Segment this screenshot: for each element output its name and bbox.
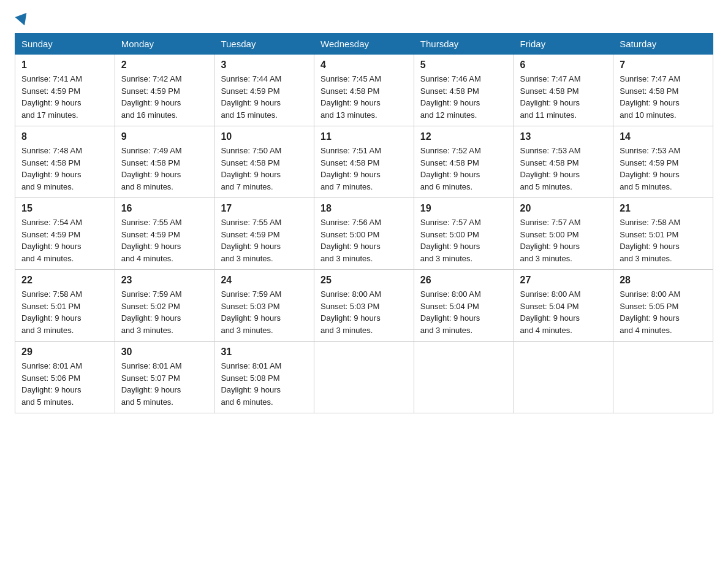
- day-info: Sunrise: 7:53 AMSunset: 4:58 PMDaylight:…: [520, 146, 581, 191]
- day-info: Sunrise: 7:48 AMSunset: 4:58 PMDaylight:…: [21, 146, 82, 191]
- day-of-week-header: Friday: [514, 34, 613, 55]
- day-number: 31: [221, 347, 308, 358]
- calendar-day-cell: [314, 342, 414, 413]
- day-number: 24: [221, 275, 308, 286]
- day-number: 25: [320, 275, 408, 286]
- calendar-day-cell: 19 Sunrise: 7:57 AMSunset: 5:00 PMDaylig…: [414, 198, 514, 270]
- day-info: Sunrise: 7:59 AMSunset: 5:03 PMDaylight:…: [221, 289, 281, 335]
- day-info: Sunrise: 7:55 AMSunset: 4:59 PMDaylight:…: [221, 218, 281, 263]
- calendar-day-cell: 15 Sunrise: 7:54 AMSunset: 4:59 PMDaylig…: [15, 198, 115, 270]
- day-info: Sunrise: 7:47 AMSunset: 4:58 PMDaylight:…: [520, 74, 581, 120]
- day-number: 17: [221, 203, 308, 214]
- calendar-day-cell: 1 Sunrise: 7:41 AMSunset: 4:59 PMDayligh…: [15, 55, 115, 126]
- day-info: Sunrise: 8:01 AMSunset: 5:06 PMDaylight:…: [21, 361, 82, 407]
- calendar-day-cell: 30 Sunrise: 8:01 AMSunset: 5:07 PMDaylig…: [115, 342, 214, 413]
- calendar-day-cell: 26 Sunrise: 8:00 AMSunset: 5:04 PMDaylig…: [414, 270, 514, 342]
- calendar-day-cell: 8 Sunrise: 7:48 AMSunset: 4:58 PMDayligh…: [15, 126, 115, 198]
- calendar-day-cell: 29 Sunrise: 8:01 AMSunset: 5:06 PMDaylig…: [15, 342, 115, 413]
- day-number: 15: [21, 203, 108, 214]
- day-info: Sunrise: 7:46 AMSunset: 4:58 PMDaylight:…: [420, 74, 481, 120]
- day-number: 18: [320, 203, 408, 214]
- calendar-week-row: 1 Sunrise: 7:41 AMSunset: 4:59 PMDayligh…: [15, 55, 713, 126]
- day-info: Sunrise: 8:01 AMSunset: 5:07 PMDaylight:…: [121, 361, 182, 407]
- calendar-table: SundayMondayTuesdayWednesdayThursdayFrid…: [15, 33, 713, 413]
- day-info: Sunrise: 7:53 AMSunset: 4:59 PMDaylight:…: [620, 146, 680, 191]
- day-info: Sunrise: 7:45 AMSunset: 4:58 PMDaylight:…: [320, 74, 381, 120]
- calendar-day-cell: 28 Sunrise: 8:00 AMSunset: 5:05 PMDaylig…: [613, 270, 713, 342]
- logo-arrow-icon: [15, 13, 31, 28]
- day-of-week-header: Monday: [115, 34, 214, 55]
- day-number: 28: [620, 275, 707, 286]
- calendar-day-cell: 23 Sunrise: 7:59 AMSunset: 5:02 PMDaylig…: [115, 270, 214, 342]
- day-info: Sunrise: 7:59 AMSunset: 5:02 PMDaylight:…: [121, 289, 182, 335]
- day-number: 13: [520, 131, 607, 142]
- calendar-day-cell: 27 Sunrise: 8:00 AMSunset: 5:04 PMDaylig…: [514, 270, 613, 342]
- calendar-week-row: 8 Sunrise: 7:48 AMSunset: 4:58 PMDayligh…: [15, 126, 713, 198]
- day-info: Sunrise: 7:42 AMSunset: 4:59 PMDaylight:…: [121, 74, 182, 120]
- day-number: 3: [221, 59, 308, 71]
- day-number: 2: [121, 59, 208, 71]
- day-number: 23: [121, 275, 208, 286]
- day-info: Sunrise: 7:52 AMSunset: 4:58 PMDaylight:…: [420, 146, 481, 191]
- day-info: Sunrise: 7:55 AMSunset: 4:59 PMDaylight:…: [121, 218, 182, 263]
- page-header: [15, 15, 713, 23]
- calendar-day-cell: 4 Sunrise: 7:45 AMSunset: 4:58 PMDayligh…: [314, 55, 414, 126]
- calendar-day-cell: 25 Sunrise: 8:00 AMSunset: 5:03 PMDaylig…: [314, 270, 414, 342]
- calendar-week-row: 29 Sunrise: 8:01 AMSunset: 5:06 PMDaylig…: [15, 342, 713, 413]
- day-number: 12: [420, 131, 507, 142]
- day-number: 4: [320, 59, 408, 71]
- calendar-day-cell: 7 Sunrise: 7:47 AMSunset: 4:58 PMDayligh…: [613, 55, 713, 126]
- day-number: 10: [221, 131, 308, 142]
- day-of-week-header: Saturday: [613, 34, 713, 55]
- calendar-day-cell: 10 Sunrise: 7:50 AMSunset: 4:58 PMDaylig…: [214, 126, 314, 198]
- day-number: 11: [320, 131, 408, 142]
- day-number: 26: [420, 275, 507, 286]
- calendar-day-cell: [414, 342, 514, 413]
- calendar-day-cell: 9 Sunrise: 7:49 AMSunset: 4:58 PMDayligh…: [115, 126, 214, 198]
- calendar-day-cell: 17 Sunrise: 7:55 AMSunset: 4:59 PMDaylig…: [214, 198, 314, 270]
- day-number: 22: [21, 275, 108, 286]
- calendar-day-cell: 5 Sunrise: 7:46 AMSunset: 4:58 PMDayligh…: [414, 55, 514, 126]
- day-info: Sunrise: 8:00 AMSunset: 5:04 PMDaylight:…: [520, 289, 581, 335]
- day-number: 21: [620, 203, 707, 214]
- day-info: Sunrise: 7:57 AMSunset: 5:00 PMDaylight:…: [420, 218, 481, 263]
- day-number: 1: [21, 59, 108, 71]
- day-number: 29: [21, 347, 108, 358]
- day-number: 14: [620, 131, 707, 142]
- day-info: Sunrise: 8:00 AMSunset: 5:05 PMDaylight:…: [620, 289, 680, 335]
- day-info: Sunrise: 7:51 AMSunset: 4:58 PMDaylight:…: [320, 146, 381, 191]
- day-number: 7: [620, 59, 707, 71]
- day-number: 20: [520, 203, 607, 214]
- calendar-day-cell: 6 Sunrise: 7:47 AMSunset: 4:58 PMDayligh…: [514, 55, 613, 126]
- day-number: 6: [520, 59, 607, 71]
- day-info: Sunrise: 7:58 AMSunset: 5:01 PMDaylight:…: [620, 218, 680, 263]
- day-number: 30: [121, 347, 208, 358]
- day-info: Sunrise: 7:44 AMSunset: 4:59 PMDaylight:…: [221, 74, 281, 120]
- day-of-week-header: Tuesday: [214, 34, 314, 55]
- day-info: Sunrise: 7:41 AMSunset: 4:59 PMDaylight:…: [21, 74, 82, 120]
- day-info: Sunrise: 7:47 AMSunset: 4:58 PMDaylight:…: [620, 74, 680, 120]
- day-info: Sunrise: 8:00 AMSunset: 5:03 PMDaylight:…: [320, 289, 381, 335]
- calendar-day-cell: 12 Sunrise: 7:52 AMSunset: 4:58 PMDaylig…: [414, 126, 514, 198]
- logo: [15, 15, 31, 23]
- calendar-day-cell: 22 Sunrise: 7:58 AMSunset: 5:01 PMDaylig…: [15, 270, 115, 342]
- day-info: Sunrise: 8:01 AMSunset: 5:08 PMDaylight:…: [221, 361, 281, 407]
- calendar-day-cell: 14 Sunrise: 7:53 AMSunset: 4:59 PMDaylig…: [613, 126, 713, 198]
- day-of-week-header: Sunday: [15, 34, 115, 55]
- day-info: Sunrise: 7:58 AMSunset: 5:01 PMDaylight:…: [21, 289, 82, 335]
- day-info: Sunrise: 7:50 AMSunset: 4:58 PMDaylight:…: [221, 146, 281, 191]
- calendar-day-cell: 11 Sunrise: 7:51 AMSunset: 4:58 PMDaylig…: [314, 126, 414, 198]
- calendar-day-cell: 18 Sunrise: 7:56 AMSunset: 5:00 PMDaylig…: [314, 198, 414, 270]
- calendar-week-row: 22 Sunrise: 7:58 AMSunset: 5:01 PMDaylig…: [15, 270, 713, 342]
- calendar-day-cell: 16 Sunrise: 7:55 AMSunset: 4:59 PMDaylig…: [115, 198, 214, 270]
- calendar-day-cell: 31 Sunrise: 8:01 AMSunset: 5:08 PMDaylig…: [214, 342, 314, 413]
- day-info: Sunrise: 7:54 AMSunset: 4:59 PMDaylight:…: [21, 218, 82, 263]
- day-number: 16: [121, 203, 208, 214]
- day-of-week-header: Thursday: [414, 34, 514, 55]
- calendar-day-cell: [514, 342, 613, 413]
- day-info: Sunrise: 7:49 AMSunset: 4:58 PMDaylight:…: [121, 146, 182, 191]
- day-number: 19: [420, 203, 507, 214]
- calendar-day-cell: 24 Sunrise: 7:59 AMSunset: 5:03 PMDaylig…: [214, 270, 314, 342]
- day-number: 5: [420, 59, 507, 71]
- day-info: Sunrise: 7:57 AMSunset: 5:00 PMDaylight:…: [520, 218, 581, 263]
